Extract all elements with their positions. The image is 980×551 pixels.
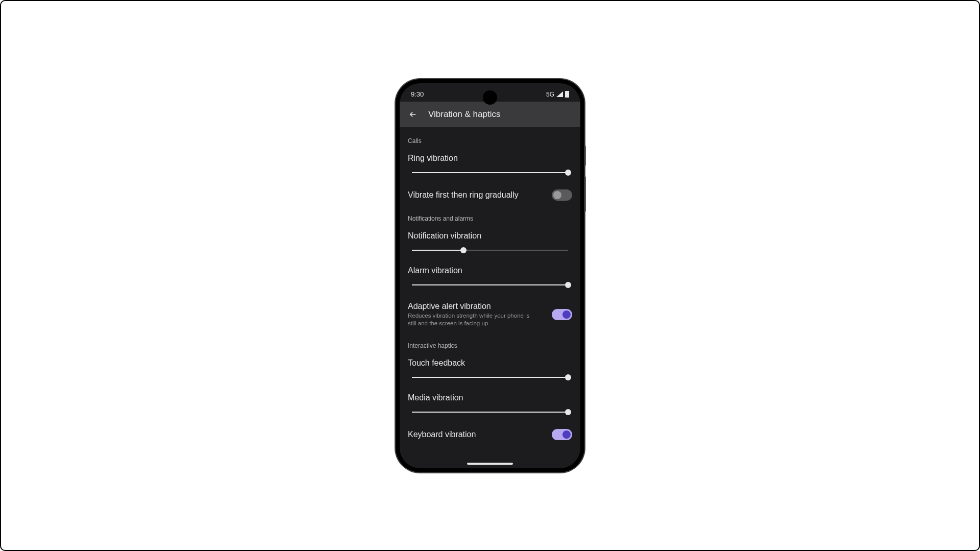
touch-feedback-row: Touch feedback xyxy=(408,353,572,388)
notification-vibration-slider[interactable] xyxy=(412,248,568,253)
keyboard-vibration-row[interactable]: Keyboard vibration xyxy=(408,423,572,446)
status-time: 9:30 xyxy=(411,90,424,98)
volume-button xyxy=(584,146,586,166)
signal-icon xyxy=(556,91,563,97)
navigation-bar-handle[interactable] xyxy=(467,463,513,465)
settings-content: Calls Ring vibration Vibrate first then … xyxy=(400,127,580,446)
phone-frame: 9:30 5G Vibration & haptics Calls Ring v… xyxy=(396,79,584,472)
media-vibration-label: Media vibration xyxy=(408,393,572,402)
keyboard-vibration-label: Keyboard vibration xyxy=(408,430,546,439)
app-bar: Vibration & haptics xyxy=(400,102,580,127)
adaptive-alert-row[interactable]: Adaptive alert vibration Reduces vibrati… xyxy=(408,296,572,334)
network-label: 5G xyxy=(546,91,554,98)
section-header-notifications: Notifications and alarms xyxy=(408,207,572,226)
media-vibration-row: Media vibration xyxy=(408,388,572,423)
keyboard-vibration-toggle[interactable] xyxy=(552,429,572,440)
ring-vibration-row: Ring vibration xyxy=(408,149,572,183)
alarm-vibration-slider[interactable] xyxy=(412,282,568,288)
battery-icon xyxy=(565,91,569,98)
vibrate-first-label: Vibrate first then ring gradually xyxy=(408,190,546,200)
adaptive-alert-label: Adaptive alert vibration xyxy=(408,302,546,311)
vibrate-first-row[interactable]: Vibrate first then ring gradually xyxy=(408,183,572,207)
back-button[interactable] xyxy=(408,109,418,119)
touch-feedback-slider[interactable] xyxy=(412,375,568,380)
arrow-left-icon xyxy=(408,110,418,119)
section-header-interactive: Interactive haptics xyxy=(408,334,572,353)
media-vibration-slider[interactable] xyxy=(412,410,568,415)
section-header-calls: Calls xyxy=(408,129,572,149)
ring-vibration-slider[interactable] xyxy=(412,170,568,175)
power-button xyxy=(584,176,586,212)
touch-feedback-label: Touch feedback xyxy=(408,358,572,368)
phone-screen: 9:30 5G Vibration & haptics Calls Ring v… xyxy=(400,83,580,468)
adaptive-alert-toggle[interactable] xyxy=(552,309,572,320)
adaptive-alert-description: Reduces vibration strength while your ph… xyxy=(408,312,535,328)
vibrate-first-toggle[interactable] xyxy=(552,189,572,201)
camera-notch xyxy=(483,90,497,105)
page-title: Vibration & haptics xyxy=(428,109,500,119)
alarm-vibration-label: Alarm vibration xyxy=(408,266,572,275)
alarm-vibration-row: Alarm vibration xyxy=(408,261,572,296)
notification-vibration-row: Notification vibration xyxy=(408,226,572,261)
ring-vibration-label: Ring vibration xyxy=(408,154,572,163)
notification-vibration-label: Notification vibration xyxy=(408,231,572,241)
